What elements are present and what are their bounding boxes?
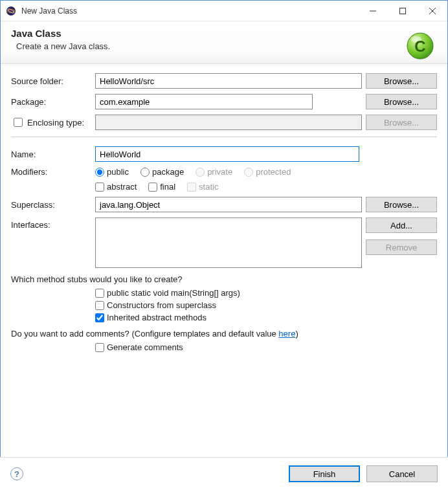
modifier-final-checkbox[interactable]: final (148, 182, 175, 192)
package-browse-button[interactable]: Browse... (366, 94, 437, 109)
modifier-protected-radio: protected (244, 167, 291, 177)
stubs-question: Which method stubs would you like to cre… (11, 274, 437, 284)
svg-text:C: C (414, 38, 425, 55)
package-input[interactable] (95, 94, 313, 109)
svg-rect-4 (400, 8, 406, 14)
footer: ? Finish Cancel (0, 457, 448, 490)
svg-point-0 (6, 6, 16, 16)
interfaces-remove-button: Remove (366, 239, 437, 255)
cancel-button[interactable]: Cancel (366, 465, 438, 482)
enclosing-type-browse-button: Browse... (366, 115, 437, 130)
close-button[interactable] (418, 1, 447, 21)
stub-inherited-checkbox[interactable]: Inherited abstract methods (95, 313, 437, 322)
generate-comments-checkbox[interactable]: Generate comments (95, 342, 437, 352)
help-icon[interactable]: ? (10, 467, 23, 480)
interfaces-add-button[interactable]: Add... (366, 217, 437, 233)
enclosing-type-checkbox[interactable] (14, 118, 23, 127)
eclipse-icon (6, 6, 16, 16)
modifier-package-radio[interactable]: package (140, 167, 184, 177)
configure-templates-link[interactable]: here (278, 329, 295, 339)
banner: Java Class Create a new Java class. C (1, 21, 447, 64)
modifier-abstract-checkbox[interactable]: abstract (95, 182, 137, 192)
source-folder-label: Source folder: (11, 76, 91, 86)
titlebar: New Java Class (1, 1, 447, 21)
class-icon: C (405, 30, 436, 61)
divider (11, 137, 437, 137)
banner-subtext: Create a new Java class. (11, 41, 437, 51)
enclosing-type-label: Enclosing type: (27, 118, 84, 128)
modifier-private-radio: private (196, 167, 232, 177)
interfaces-label: Interfaces: (11, 217, 91, 230)
source-folder-browse-button[interactable]: Browse... (366, 73, 437, 89)
superclass-input[interactable] (95, 197, 362, 212)
modifier-public-radio[interactable]: public (95, 167, 129, 177)
comments-question: Do you want to add comments? (Configure … (11, 329, 437, 339)
name-input[interactable] (95, 146, 359, 162)
superclass-label: Superclass: (11, 200, 91, 210)
window-title: New Java Class (21, 6, 358, 16)
source-folder-input[interactable] (95, 73, 362, 89)
enclosing-type-input (95, 115, 362, 130)
package-label: Package: (11, 97, 91, 107)
name-label: Name: (11, 150, 91, 159)
stub-constructors-checkbox[interactable]: Constructors from superclass (95, 300, 437, 310)
interfaces-listbox[interactable] (95, 217, 362, 268)
modifiers-label: Modifiers: (11, 167, 91, 177)
superclass-browse-button[interactable]: Browse... (366, 197, 437, 212)
content-area: Source folder: Browse... Package: Browse… (1, 64, 447, 361)
modifier-static-checkbox: static (187, 182, 218, 192)
minimize-button[interactable] (358, 1, 388, 21)
stub-main-checkbox[interactable]: public static void main(String[] args) (95, 288, 437, 298)
maximize-button[interactable] (388, 1, 418, 21)
banner-heading: Java Class (11, 28, 437, 39)
finish-button[interactable]: Finish (289, 465, 360, 482)
